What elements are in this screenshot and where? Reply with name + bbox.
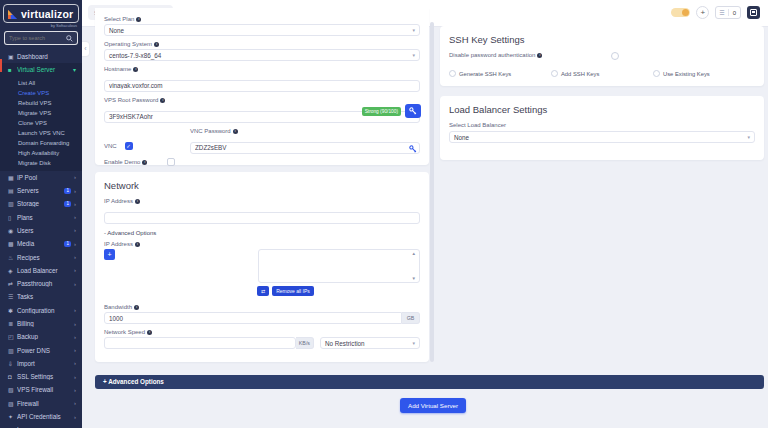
enable-demo-label: Enable Demo bbox=[104, 159, 140, 165]
chevron-right-icon: › bbox=[74, 307, 76, 313]
chevron-right-icon: › bbox=[74, 267, 76, 273]
load-balancer-title: Load Balancer Settings bbox=[449, 104, 755, 115]
enable-demo-checkbox[interactable] bbox=[167, 158, 175, 166]
sidebar-item-label: Recipes bbox=[17, 254, 74, 261]
chevron-right-icon: › bbox=[74, 321, 76, 327]
sidebar-item-tasks[interactable]: ☰Tasks bbox=[0, 290, 82, 303]
os-dropdown[interactable]: centos-7.9-x86_64▾ bbox=[104, 49, 420, 61]
sidebar-subitem-migrate-disk[interactable]: Migrate Disk bbox=[0, 158, 82, 168]
radio-icon bbox=[551, 70, 558, 77]
restriction-dropdown[interactable]: No Restriction▾ bbox=[320, 337, 420, 349]
vnc-password-input[interactable] bbox=[190, 142, 420, 154]
sidebar-item-label: Dashboard bbox=[17, 53, 76, 60]
bandwidth-unit: GB bbox=[402, 312, 420, 324]
sidebar-item-media[interactable]: ▩Media1› bbox=[0, 237, 82, 250]
info-icon bbox=[135, 199, 140, 204]
quick-add-button[interactable]: + bbox=[696, 6, 709, 19]
chevron-right-icon: › bbox=[74, 374, 76, 380]
chevron-right-icon: › bbox=[74, 174, 76, 180]
sort-up-icon[interactable]: ▲ bbox=[412, 251, 416, 256]
sidebar-item-label: Power DNS bbox=[17, 347, 74, 354]
network-advanced-toggle[interactable]: - Advanced Options bbox=[104, 230, 420, 236]
sidebar-item-api-credentials[interactable]: ✦API Credentials› bbox=[0, 410, 82, 423]
generate-password-button[interactable] bbox=[405, 104, 421, 118]
add-ip-button[interactable]: + bbox=[104, 249, 115, 260]
bandwidth-input[interactable] bbox=[104, 312, 402, 324]
sidebar-item-firewall[interactable]: ▨Firewall› bbox=[0, 397, 82, 410]
theme-toggle[interactable] bbox=[671, 8, 690, 17]
import-icon: ⇩ bbox=[8, 360, 17, 367]
sidebar-subitem-rebuild-vps[interactable]: Rebuild VPS bbox=[0, 98, 82, 108]
list-icon: ☰ bbox=[716, 9, 728, 16]
content-scrollbar[interactable] bbox=[430, 22, 434, 362]
sidebar-subitem-create-vps[interactable]: Create VPS bbox=[0, 88, 82, 98]
sidebar-subitem-migrate-vps[interactable]: Migrate VPS bbox=[0, 108, 82, 118]
load-balancer-dropdown[interactable]: None▾ bbox=[449, 131, 755, 143]
sidebar-subitem-launch-vps-vnc[interactable]: Launch VPS VNC bbox=[0, 128, 82, 138]
disable-password-checkbox[interactable] bbox=[611, 52, 619, 60]
add-ssh-keys-option[interactable]: Add SSH Keys bbox=[551, 70, 653, 77]
sidebar-item-storage[interactable]: ▥Storage1› bbox=[0, 197, 82, 210]
generate-vnc-password-button[interactable] bbox=[409, 139, 417, 157]
sidebar-item-recipes[interactable]: ♨Recipes› bbox=[0, 250, 82, 263]
network-speed-unit: KB/s bbox=[296, 337, 314, 349]
sidebar-item-ip-pool[interactable]: ▦IP Pool› bbox=[0, 171, 82, 184]
sidebar-collapse-handle[interactable]: ‹ bbox=[82, 42, 89, 56]
info-icon bbox=[147, 330, 152, 335]
disable-password-label: Disable password authentication bbox=[449, 52, 535, 58]
sidebar-item-users[interactable]: ◉Users› bbox=[0, 224, 82, 237]
sidebar-item-billing[interactable]: ≣Billing› bbox=[0, 317, 82, 330]
sidebar-subitem-list-all[interactable]: List All bbox=[0, 78, 82, 88]
ip-list-box[interactable]: ▲ ▼ bbox=[258, 249, 420, 283]
sidebar-item-ssl-settings[interactable]: ◘SSL Settings› bbox=[0, 370, 82, 383]
key-icon bbox=[409, 107, 417, 115]
tasks-counter[interactable]: ☰ 0 bbox=[715, 6, 741, 19]
sidebar-subitem-clone-vps[interactable]: Clone VPS bbox=[0, 118, 82, 128]
virtualizor-logo-icon bbox=[8, 9, 19, 20]
network-title: Network bbox=[104, 180, 420, 191]
tasks-count: 0 bbox=[729, 10, 740, 16]
sort-down-icon[interactable]: ▼ bbox=[412, 276, 416, 281]
add-virtual-server-button[interactable]: Add Virtual Server bbox=[400, 398, 466, 413]
recipes-icon: ♨ bbox=[8, 254, 17, 261]
swap-ip-button[interactable]: ⇄ bbox=[257, 286, 269, 296]
sidebar-item-power-dns[interactable]: ▥Power DNS› bbox=[0, 343, 82, 356]
logo[interactable]: virtualizor bbox=[3, 4, 79, 23]
sidebar-item-label: Firewall bbox=[17, 400, 74, 407]
remove-all-ips-button[interactable]: Remove all IPs bbox=[272, 286, 314, 296]
sidebar-search-input[interactable] bbox=[9, 35, 66, 41]
use-existing-keys-option[interactable]: Use Existing Keys bbox=[653, 70, 755, 77]
dashboard-icon: ▣ bbox=[8, 53, 17, 60]
chevron-right-icon: › bbox=[74, 400, 76, 406]
sidebar-subitem-domain-forwarding[interactable]: Domain Forwarding bbox=[0, 138, 82, 148]
ip-address-input[interactable] bbox=[104, 212, 420, 224]
sidebar-item-vps-firewall[interactable]: ▧VPS Firewall› bbox=[0, 383, 82, 396]
sidebar-item-virtual-server[interactable]: ■Virtual Server▾ bbox=[0, 63, 82, 76]
network-speed-input[interactable] bbox=[104, 337, 296, 349]
os-label: Operating System bbox=[104, 41, 152, 47]
sidebar-item-dashboard[interactable]: ▣Dashboard bbox=[0, 50, 82, 63]
sidebar-item-logs[interactable]: ▭Logs› bbox=[0, 423, 82, 428]
sidebar-item-load-balancer[interactable]: ◈Load Balancer› bbox=[0, 264, 82, 277]
sidebar-item-backup[interactable]: ◰Backup› bbox=[0, 330, 82, 343]
sidebar-item-passthrough[interactable]: ⇄Passthrough› bbox=[0, 277, 82, 290]
sidebar-item-plans[interactable]: ▯Plans› bbox=[0, 210, 82, 223]
count-badge: 1 bbox=[64, 241, 71, 247]
sidebar-item-import[interactable]: ⇩Import› bbox=[0, 357, 82, 370]
sidebar-item-configuration[interactable]: ✱Configuration› bbox=[0, 304, 82, 317]
hostname-input[interactable] bbox=[104, 80, 420, 92]
users-icon: ◉ bbox=[8, 227, 17, 234]
chevron-right-icon: › bbox=[74, 360, 76, 366]
chevron-down-icon: ▾ bbox=[747, 134, 750, 140]
select-plan-dropdown[interactable]: None▾ bbox=[104, 24, 420, 36]
vnc-checkbox[interactable]: ✓ bbox=[125, 142, 133, 150]
ip-address-label: IP Address bbox=[104, 198, 133, 204]
sidebar-item-label: VPS Firewall bbox=[17, 386, 74, 393]
sidebar-item-servers[interactable]: ▤Servers1› bbox=[0, 184, 82, 197]
sidebar-subitem-high-availability[interactable]: High Availability bbox=[0, 148, 82, 158]
admin-panel-button[interactable] bbox=[747, 6, 760, 19]
network-speed-label: Network Speed bbox=[104, 329, 145, 335]
chevron-right-icon: › bbox=[74, 214, 76, 220]
generate-ssh-keys-option[interactable]: Generate SSH Keys bbox=[449, 70, 551, 77]
advanced-options-bar[interactable]: + Advanced Options bbox=[95, 375, 764, 389]
